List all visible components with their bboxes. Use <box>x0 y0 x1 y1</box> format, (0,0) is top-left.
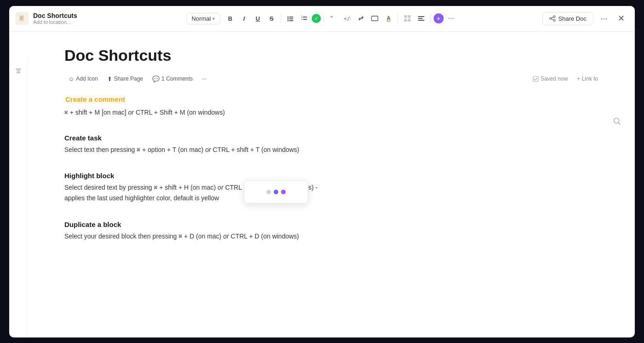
code-button[interactable]: </> <box>340 12 353 25</box>
bold-button[interactable]: B <box>224 12 236 25</box>
meta-more-button[interactable]: ··· <box>198 74 210 84</box>
doc-subtitle: Add to location... <box>33 19 77 25</box>
share-icon: ⬆ <box>107 76 112 82</box>
svg-rect-21 <box>408 15 410 18</box>
check-icon[interactable]: ✓ <box>311 14 321 23</box>
svg-text:A: A <box>386 15 391 22</box>
svg-line-37 <box>618 122 620 124</box>
duplicate-block-heading: Duplicate a block <box>64 221 598 228</box>
svg-line-31 <box>552 19 553 20</box>
svg-rect-22 <box>404 19 407 22</box>
table-button[interactable] <box>401 12 414 25</box>
link-to-button[interactable]: + Link to <box>577 76 598 82</box>
loading-popup <box>244 180 308 203</box>
more-toolbar-button[interactable]: ··· <box>444 12 457 25</box>
embed-button[interactable] <box>368 12 381 25</box>
svg-point-27 <box>553 16 555 17</box>
link-button[interactable] <box>354 12 367 25</box>
svg-rect-17 <box>371 16 378 21</box>
svg-text:2.: 2. <box>301 17 303 20</box>
chevron-down-icon: ▾ <box>213 16 215 21</box>
comments-label: 1 Comments <box>161 76 193 82</box>
svg-rect-25 <box>418 18 422 19</box>
svg-rect-7 <box>289 18 293 19</box>
svg-rect-34 <box>17 72 20 73</box>
create-comment-body: ⌘ + shift + M [on mac] or CTRL + Shift +… <box>64 107 598 118</box>
dot-3 <box>281 190 286 194</box>
create-comment-section: Create a comment ⌘ + shift + M [on mac] … <box>64 95 598 118</box>
highlight-block-section: Highlight block Select desired text by p… <box>64 172 598 203</box>
quote-button[interactable]: " <box>327 12 339 25</box>
svg-text:": " <box>330 15 333 22</box>
emoji-icon: ☺ <box>68 76 74 82</box>
header-more-button[interactable]: ··· <box>597 12 611 25</box>
ordered-list-button[interactable]: 1.2. <box>298 12 310 25</box>
comments-button[interactable]: 💬 1 Comments <box>149 74 196 84</box>
share-page-label: Share Page <box>114 76 143 82</box>
highlight-block-heading: Highlight block <box>64 172 598 180</box>
sidebar <box>9 58 28 337</box>
doc-icon <box>16 12 29 25</box>
create-task-section: ⋮⋮ Create task Select text then pressing… <box>64 134 598 155</box>
create-comment-heading: Create a comment <box>64 95 126 104</box>
svg-rect-11 <box>303 17 307 17</box>
dot-1 <box>266 190 271 194</box>
page-title: Doc Shortcuts <box>64 47 598 64</box>
dot-2 <box>274 190 278 194</box>
format-label: Normal <box>192 15 211 22</box>
strikethrough-button[interactable]: S <box>265 12 278 25</box>
toolbar-divider-1 <box>281 14 281 23</box>
format-select[interactable]: Normal ▾ <box>187 13 220 24</box>
svg-point-29 <box>553 19 555 21</box>
svg-point-4 <box>287 17 288 18</box>
share-doc-label: Share Doc <box>558 15 586 22</box>
svg-rect-23 <box>408 19 410 22</box>
toolbar-right: Share Doc ··· ✕ <box>542 12 628 25</box>
doc-modal: Doc Shortcuts Add to location... Normal … <box>9 6 635 337</box>
top-bar: Doc Shortcuts Add to location... Normal … <box>9 6 635 32</box>
align-button[interactable] <box>414 12 427 25</box>
create-task-body: Select text then pressing ⌘ + option + T… <box>64 145 598 155</box>
duplicate-block-section: Duplicate a block Select your desired bl… <box>64 221 598 242</box>
search-icon[interactable] <box>613 117 621 127</box>
svg-rect-33 <box>17 70 20 71</box>
svg-rect-13 <box>303 19 307 20</box>
create-task-heading: Create task <box>64 134 598 142</box>
svg-rect-26 <box>418 20 424 21</box>
add-icon-button[interactable]: ☺ Add Icon <box>64 74 102 84</box>
svg-rect-32 <box>16 69 21 70</box>
main-content: Doc Shortcuts ☺ Add Icon ⬆ Share Page 💬 … <box>28 32 635 337</box>
svg-rect-5 <box>289 17 293 17</box>
svg-rect-3 <box>20 19 22 19</box>
saved-badge: Saved now <box>533 76 568 82</box>
share-page-button[interactable]: ⬆ Share Page <box>104 74 147 84</box>
svg-rect-1 <box>20 17 23 17</box>
toolbar-divider-3 <box>397 14 398 23</box>
svg-point-28 <box>550 17 552 19</box>
text-color-button[interactable]: A <box>382 12 395 25</box>
doc-title: Doc Shortcuts <box>33 12 77 20</box>
share-doc-button[interactable]: Share Doc <box>542 12 593 25</box>
saved-label: Saved now <box>540 76 568 82</box>
svg-text:</>: </> <box>344 16 351 22</box>
svg-rect-9 <box>289 20 293 21</box>
underline-button[interactable]: U <box>251 12 264 25</box>
duplicate-block-body: Select your desired block then pressing … <box>64 231 598 242</box>
toolbar-divider-2 <box>323 14 324 23</box>
toolbar-divider-4 <box>430 14 431 23</box>
svg-rect-19 <box>386 21 390 22</box>
svg-point-6 <box>287 18 288 20</box>
close-button[interactable]: ✕ <box>615 12 628 25</box>
highlight-block-body: Select desired text by pressing ⌘ + shif… <box>64 182 598 203</box>
bullet-list-button[interactable] <box>284 12 297 25</box>
toolbar-center: Normal ▾ B I U S 1.2. ✓ " <box>187 12 458 25</box>
modal-overlay: Doc Shortcuts Add to location... Normal … <box>0 0 644 343</box>
comment-icon: 💬 <box>152 76 160 82</box>
meta-bar: ☺ Add Icon ⬆ Share Page 💬 1 Comments ··· <box>64 74 598 84</box>
sidebar-outline-icon[interactable] <box>12 65 25 78</box>
add-block-button[interactable]: + <box>433 13 443 23</box>
svg-rect-2 <box>20 18 23 18</box>
italic-button[interactable]: I <box>237 12 250 25</box>
svg-rect-24 <box>418 16 424 17</box>
svg-rect-20 <box>404 15 407 18</box>
